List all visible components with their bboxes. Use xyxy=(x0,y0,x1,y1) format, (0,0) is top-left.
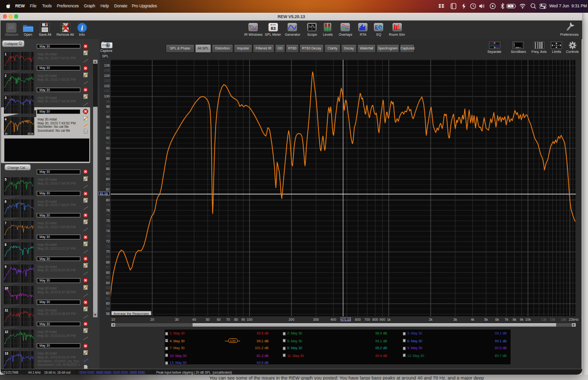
svg-text:20.0k: 20.0k xyxy=(27,132,34,135)
svg-text:3: 3 xyxy=(5,96,7,99)
svg-text:-6.3: -6.3 xyxy=(328,23,331,25)
svg-text:dB SPL: dB SPL xyxy=(270,24,276,26)
svg-text:10: 10 xyxy=(5,286,9,290)
svg-text:5: 5 xyxy=(5,178,7,181)
svg-text:i: i xyxy=(81,24,83,32)
svg-text:13: 13 xyxy=(5,352,9,355)
svg-text:6: 6 xyxy=(5,200,7,203)
svg-text:1: 1 xyxy=(5,52,7,56)
svg-text:83: 83 xyxy=(270,26,275,31)
svg-text:8: 8 xyxy=(5,243,7,246)
svg-text:4: 4 xyxy=(5,118,7,121)
svg-text:7: 7 xyxy=(5,221,7,225)
svg-text:11: 11 xyxy=(5,309,8,312)
svg-text:20: 20 xyxy=(5,132,8,135)
svg-text:9: 9 xyxy=(5,265,7,268)
svg-text:2: 2 xyxy=(5,74,7,77)
svg-text:12: 12 xyxy=(5,330,9,333)
